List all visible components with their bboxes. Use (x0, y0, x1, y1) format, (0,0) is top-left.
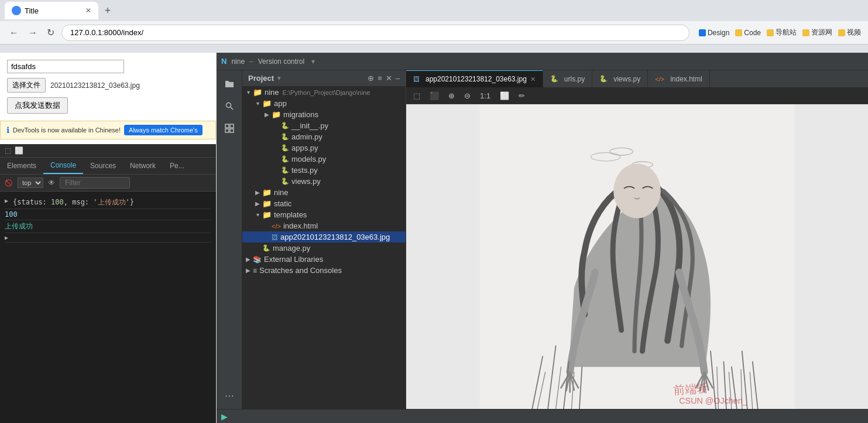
filter-bar: 🚫 top 👁 (0, 175, 216, 192)
zoom-in-btn[interactable]: ⊕ (446, 90, 457, 101)
console-line: 上传成功 (5, 220, 211, 233)
console-line: ▶ (5, 233, 211, 243)
tab-performance[interactable]: Pe... (163, 158, 191, 173)
tree-item-manage[interactable]: ▶ 🐍 manage.py (242, 243, 406, 254)
device-icon[interactable]: ⬜ (15, 146, 23, 155)
tree-item-label: app (274, 99, 287, 108)
editor-tab-img[interactable]: 🖼 app20210123213812_03e63.jpg ✕ (406, 70, 543, 88)
tree-item-models[interactable]: ▶ 🐍 models.py (242, 153, 406, 165)
python-file-icon: 🐍 (281, 166, 289, 174)
scroll-btn[interactable]: ⬜ (498, 90, 512, 101)
tab-sources[interactable]: Sources (83, 158, 123, 173)
tab-label: views.py (613, 75, 640, 83)
tree-item-apps[interactable]: ▶ 🐍 apps.py (242, 142, 406, 153)
new-tab-btn[interactable]: + (100, 2, 116, 19)
tree-header-icons: ⊕ ≡ ✕ – (368, 74, 400, 83)
svg-line-1 (230, 107, 233, 110)
py-tab-icon: 🐍 (550, 75, 558, 83)
bookmark-nav[interactable]: 导航站 (767, 28, 797, 37)
tree-item-label: app20210123213812_03e63.jpg (280, 233, 390, 241)
notification-text: DevTools is now available in Chinese! (13, 127, 121, 134)
bookmark-label: 资源网 (811, 28, 832, 37)
always-match-btn[interactable]: Always match Chrome's (124, 125, 203, 135)
file-name-display: 20210123213812_03e63.jpg (50, 81, 140, 90)
edit-btn[interactable]: ✏ (516, 90, 527, 101)
tree-item-path: E:\Python_Project\Django\nine (283, 89, 370, 96)
py-tab-icon: 🐍 (599, 75, 608, 83)
send-data-btn[interactable]: 点我发送数据 (7, 97, 68, 114)
bookmark-video[interactable]: 视频 (838, 28, 861, 37)
tree-item-init[interactable]: ▶ 🐍 __init__.py (242, 120, 406, 131)
tree-item-views-app[interactable]: ▶ 🐍 views.py (242, 176, 406, 187)
url-input[interactable]: 127.0.0.1:8000/index/ (61, 25, 689, 41)
svg-rect-5 (230, 129, 234, 132)
back-btn[interactable]: ← (7, 25, 21, 40)
grid-icon-btn[interactable] (221, 120, 238, 137)
block-icon[interactable]: 🚫 (5, 179, 13, 187)
tab-console[interactable]: Console (43, 158, 83, 174)
tab-label: app20210123213812_03e63.jpg (426, 75, 527, 83)
run-btn[interactable]: ▶ (221, 412, 228, 421)
refresh-btn[interactable]: ↻ (44, 25, 57, 40)
settings-icon[interactable]: ✕ (386, 74, 392, 83)
collapse-icon[interactable]: ≡ (378, 74, 382, 83)
zoom-out-btn[interactable]: ⊖ (462, 90, 473, 101)
bookmark-resource[interactable]: 资源网 (802, 28, 832, 37)
text-input[interactable] (7, 60, 124, 73)
editor-tab-views[interactable]: 🐍 views.py (592, 70, 648, 88)
eye-icon[interactable]: 👁 (48, 179, 55, 187)
expand-arrow[interactable]: ▶ (5, 234, 8, 241)
tree-item-admin[interactable]: ▶ 🐍 admin.py (242, 131, 406, 142)
editor-tab-html[interactable]: </> index.html (648, 70, 710, 88)
filter-input[interactable] (60, 177, 130, 189)
tree-item-tests[interactable]: ▶ 🐍 tests.py (242, 165, 406, 176)
tree-item-app[interactable]: ▾ 📁 app (242, 98, 406, 109)
tree-item-external-libs[interactable]: ▶ 📚 External Libraries (242, 254, 406, 265)
more-icon-btn[interactable]: ⋯ (221, 387, 238, 404)
minimize-icon[interactable]: – (396, 74, 400, 83)
editor-tab-urls[interactable]: 🐍 urls.py (543, 70, 592, 88)
actual-size-btn[interactable]: 1:1 (478, 90, 493, 101)
expand-arrow[interactable]: ▶ (5, 197, 8, 204)
tree-item-scratches[interactable]: ▶ ≡ Scratches and Consoles (242, 265, 406, 276)
tree-item-migrations[interactable]: ▶ 📁 migrations (242, 109, 406, 120)
fit-width-btn[interactable]: ⬛ (427, 90, 441, 101)
bookmark-code[interactable]: Code (735, 29, 761, 37)
folder-icon-btn[interactable] (221, 75, 238, 93)
folder-icon: 📁 (262, 99, 272, 108)
file-choose-btn[interactable]: 选择文件 (7, 78, 46, 93)
tree-expand-arrow: ▶ (254, 189, 261, 196)
bookmark-label: Design (708, 29, 729, 37)
tab-network[interactable]: Network (123, 158, 163, 173)
inspect-icon[interactable]: ⬚ (5, 146, 11, 155)
tree-item-nine-root[interactable]: ▾ 📁 nine E:\Python_Project\Django\nine (242, 87, 406, 98)
bookmark-label: Code (744, 29, 761, 37)
url-text: 127.0.0.1:8000/index/ (70, 28, 143, 37)
tree-item-static[interactable]: ▶ 📁 static (242, 198, 406, 209)
search-icon-btn[interactable] (221, 97, 238, 115)
svg-rect-2 (225, 124, 229, 128)
forward-btn[interactable]: → (26, 25, 40, 40)
dropdown-icon[interactable]: ▾ (311, 57, 315, 66)
tree-item-label: migrations (283, 110, 318, 119)
tree-expand-arrow: ▶ (254, 200, 261, 207)
image-file-icon: 🖼 (272, 234, 278, 241)
tree-item-templates[interactable]: ▾ 📁 templates (242, 209, 406, 220)
context-select[interactable]: top (18, 178, 43, 188)
tree-item-nine-folder[interactable]: ▶ 📁 nine (242, 187, 406, 198)
tree-item-img[interactable]: ▶ 🖼 app20210123213812_03e63.jpg (242, 231, 406, 243)
browser-tab[interactable]: Title ✕ (5, 2, 98, 19)
tab-close-btn[interactable]: ✕ (85, 6, 91, 15)
devtools-notification: ℹ DevTools is now available in Chinese! … (0, 121, 216, 139)
tab-elements[interactable]: Elements (0, 158, 43, 173)
locate-icon[interactable]: ⊕ (368, 74, 374, 83)
tree-item-index-html[interactable]: ▶ </> index.html (242, 220, 406, 231)
tab-close-btn[interactable]: ✕ (530, 76, 536, 83)
browser-chrome: Title ✕ + ← → ↻ 127.0.0.1:8000/index/ De… (0, 0, 868, 53)
project-tree: Project ▾ ⊕ ≡ ✕ – ▾ 📁 nine E:\Python_Pro… (242, 70, 406, 409)
project-dropdown[interactable]: ▾ (277, 74, 281, 82)
python-file-icon: 🐍 (281, 122, 289, 129)
fit-page-btn[interactable]: ⬚ (411, 90, 423, 101)
bookmark-design[interactable]: Design (699, 29, 729, 37)
tab-label: index.html (670, 75, 702, 83)
